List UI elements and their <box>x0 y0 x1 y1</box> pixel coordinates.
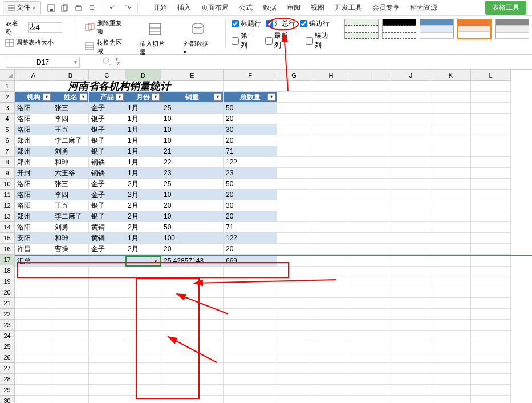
cell[interactable] <box>125 363 161 374</box>
cell[interactable]: 和珅 <box>52 233 89 244</box>
cell[interactable]: 20 <box>161 200 224 211</box>
cell[interactable] <box>431 363 471 374</box>
cell[interactable] <box>431 103 471 114</box>
cell[interactable] <box>161 276 224 287</box>
cell[interactable] <box>15 341 52 352</box>
cell[interactable] <box>224 352 277 363</box>
cell[interactable] <box>311 298 351 309</box>
cell[interactable] <box>391 287 431 298</box>
cell[interactable]: 和珅 <box>52 157 89 168</box>
cell[interactable] <box>351 103 391 114</box>
cell[interactable] <box>391 146 431 157</box>
cell[interactable]: 2月 <box>125 179 161 190</box>
cell[interactable] <box>351 320 391 331</box>
cell[interactable] <box>15 320 52 331</box>
remove-duplicate-button[interactable]: 删除重复项 <box>86 19 128 36</box>
cell[interactable]: 100 <box>161 233 224 244</box>
cell[interactable] <box>351 200 391 211</box>
cell[interactable] <box>311 244 351 255</box>
cell[interactable] <box>15 309 52 320</box>
cell[interactable] <box>224 276 277 287</box>
cell[interactable]: 22 <box>161 157 224 168</box>
cell[interactable]: 2月 <box>125 200 161 211</box>
fx-icon[interactable]: fx <box>115 57 120 66</box>
table-style-option[interactable] <box>420 19 454 39</box>
cell[interactable] <box>15 363 52 374</box>
cell[interactable]: 50 <box>224 103 277 114</box>
cell[interactable] <box>471 103 511 114</box>
cell[interactable] <box>471 320 511 331</box>
cell[interactable]: 20 <box>161 244 224 255</box>
cell[interactable] <box>311 363 351 374</box>
cell[interactable] <box>471 265 511 276</box>
cell[interactable] <box>311 211 351 222</box>
cell[interactable]: 10 <box>161 211 224 222</box>
row-header[interactable]: 9 <box>0 168 15 179</box>
cell[interactable] <box>431 276 471 287</box>
cell[interactable] <box>471 168 511 179</box>
cell[interactable] <box>277 200 311 211</box>
cell[interactable] <box>277 276 311 287</box>
cell[interactable] <box>471 287 511 298</box>
column-header[interactable]: L <box>471 70 511 81</box>
cell[interactable] <box>471 363 511 374</box>
cell[interactable] <box>351 287 391 298</box>
cell[interactable]: 洛阳 <box>15 103 52 114</box>
cell[interactable]: 张三 <box>52 179 89 190</box>
cell[interactable] <box>277 190 311 200</box>
cell[interactable] <box>224 331 277 341</box>
cell[interactable] <box>431 320 471 331</box>
row-header[interactable]: 29 <box>0 385 15 396</box>
cell[interactable] <box>431 374 471 385</box>
copy-icon[interactable] <box>59 2 71 14</box>
cell[interactable] <box>351 374 391 385</box>
cell[interactable] <box>89 352 125 363</box>
redo-icon[interactable] <box>121 2 133 14</box>
cell[interactable] <box>52 276 89 287</box>
cell[interactable] <box>351 157 391 168</box>
column-header[interactable]: D <box>125 70 161 81</box>
check-first-col[interactable]: 第一列 <box>232 31 261 50</box>
cell[interactable] <box>224 396 277 403</box>
cell[interactable] <box>125 309 161 320</box>
column-header[interactable]: J <box>391 70 431 81</box>
cell[interactable]: 黄铜 <box>89 222 125 233</box>
cell[interactable] <box>52 341 89 352</box>
cell[interactable] <box>431 146 471 157</box>
name-box[interactable]: D17 <box>6 57 80 68</box>
cell[interactable] <box>311 341 351 352</box>
cell[interactable] <box>431 309 471 320</box>
row-header[interactable]: 23 <box>0 320 15 331</box>
cell[interactable]: 王五 <box>52 124 89 135</box>
cell[interactable] <box>224 287 277 298</box>
cell[interactable]: 许昌 <box>15 244 52 255</box>
cell[interactable]: 23 <box>161 168 224 179</box>
cell[interactable] <box>351 179 391 190</box>
cell[interactable]: 1月 <box>125 114 161 124</box>
cell[interactable]: 2月 <box>125 222 161 233</box>
cell[interactable] <box>351 168 391 179</box>
cell[interactable] <box>471 211 511 222</box>
menu-tab[interactable]: 开发工具 <box>335 3 362 13</box>
cell[interactable] <box>277 135 311 146</box>
cell[interactable]: 机构 <box>15 92 52 103</box>
cell[interactable] <box>224 265 277 276</box>
cell[interactable] <box>471 331 511 341</box>
row-header[interactable]: 21 <box>0 298 15 309</box>
column-header[interactable]: E <box>161 70 224 81</box>
cell[interactable] <box>161 385 224 396</box>
cell[interactable] <box>15 352 52 363</box>
cell[interactable] <box>161 320 224 331</box>
cell[interactable]: 李二麻子 <box>52 211 89 222</box>
table-style-option[interactable] <box>457 19 492 39</box>
cell[interactable]: 10 <box>161 114 224 124</box>
cell[interactable]: 10 <box>161 135 224 146</box>
cell[interactable] <box>224 320 277 331</box>
cell[interactable]: 开封 <box>15 168 52 179</box>
cell[interactable] <box>351 211 391 222</box>
cell[interactable] <box>89 287 125 298</box>
cell[interactable]: 李二麻子 <box>52 135 89 146</box>
cell[interactable] <box>15 385 52 396</box>
cell[interactable]: 安阳 <box>15 233 52 244</box>
cell[interactable] <box>224 341 277 352</box>
